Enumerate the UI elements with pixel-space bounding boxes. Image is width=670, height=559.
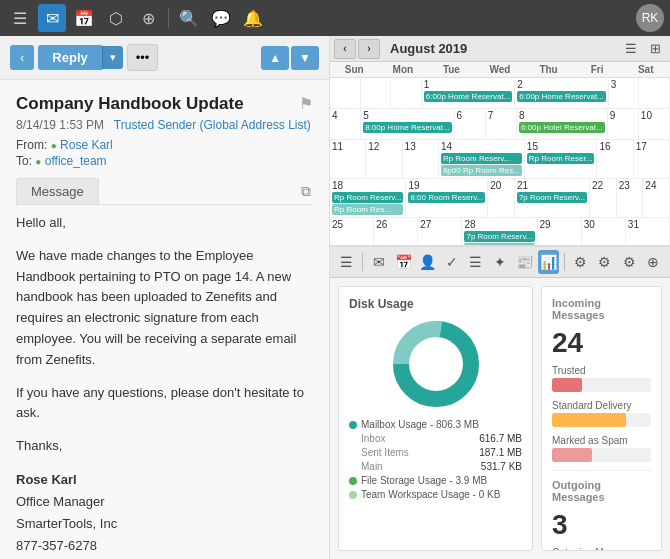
cal-cell[interactable]: 26:00p Home Reservat... [515, 78, 608, 108]
cal-next-button[interactable]: › [358, 39, 380, 59]
bell-icon[interactable]: 🔔 [239, 4, 267, 32]
cal-cell[interactable]: 3 [609, 78, 640, 108]
cal-cell[interactable]: 10 [639, 109, 670, 139]
legend-file-label: File Storage Usage - 3.9 MB [361, 475, 522, 486]
cal-cell[interactable]: 22 [590, 179, 617, 217]
cal-prev-button[interactable]: ‹ [334, 39, 356, 59]
cal-cell[interactable]: 16:00p Home Reservat... [422, 78, 515, 108]
message-tab[interactable]: Message [16, 178, 99, 204]
standard-bar-row: Standard Delivery [552, 400, 651, 427]
cal-cell[interactable]: 15Rp Room Reser... [525, 140, 598, 178]
outgoing-label: Outgoing Messages [552, 547, 651, 551]
cal-cell[interactable]: 18Rp Room Reserv...Rp Room Res... [330, 179, 406, 217]
cal-cell[interactable]: 12 [366, 140, 402, 178]
messages-card: Incoming Messages 24 Trusted Standard De… [541, 286, 662, 551]
cal-cell[interactable]: 25 [330, 218, 374, 246]
cal-day-fri: Fri [573, 62, 622, 77]
email-to: To: ● office_team [16, 154, 313, 168]
cal-cell[interactable]: 26 [374, 218, 418, 246]
avatar[interactable]: RK [636, 4, 664, 32]
search-icon[interactable]: 🔍 [175, 4, 203, 32]
nav-down-button[interactable]: ▼ [291, 46, 319, 70]
disk-usage-card: Disk Usage Mailbox Usage - 806.3 MB Inbo… [338, 286, 533, 551]
cal-cell[interactable] [391, 78, 422, 108]
to-link[interactable]: office_team [45, 154, 107, 168]
cal-cell[interactable]: 29 [538, 218, 582, 246]
cal-cell[interactable] [361, 78, 392, 108]
cal-cell[interactable]: 24 [643, 179, 670, 217]
bt-notes-icon[interactable]: ☰ [465, 250, 486, 274]
bt-mail-icon[interactable]: ✉ [368, 250, 389, 274]
layers-icon[interactable]: ⬡ [102, 4, 130, 32]
cal-cell[interactable]: 6 [455, 109, 486, 139]
mail-icon[interactable]: ✉ [38, 4, 66, 32]
bt-settings3-icon[interactable]: ⚙ [619, 250, 640, 274]
trusted-bar-fill [552, 378, 582, 392]
incoming-count: 24 [552, 327, 651, 359]
cal-cell[interactable]: 27 [418, 218, 462, 246]
from-link[interactable]: Rose Karl [60, 138, 113, 152]
email-body: Hello all, We have made changes to the E… [16, 213, 313, 457]
legend-inbox: Inbox 616.7 MB [349, 433, 522, 444]
calendar-grid: Sun Mon Tue Wed Thu Fri Sat 16:00p Home … [330, 62, 670, 246]
email-action-bar: ‹ Reply ▾ ••• ▲ ▼ [0, 36, 329, 80]
chat-icon[interactable]: 💬 [207, 4, 235, 32]
cal-cell[interactable]: 217p Room Reserv... [515, 179, 590, 217]
message-tab-area: Message ⧉ [16, 178, 313, 205]
cal-cell[interactable]: 14Rp Room Reserv...8p00 Rp Room Res... [439, 140, 525, 178]
toolbar-separator [168, 8, 169, 28]
bt-news-icon[interactable]: 📰 [514, 250, 535, 274]
cal-cell[interactable]: 13 [403, 140, 439, 178]
legend-label-mailbox: Mailbox Usage - 806.3 MB [361, 419, 522, 430]
cal-cell[interactable]: 11 [330, 140, 366, 178]
email-from: From: ● Rose Karl [16, 138, 313, 152]
cal-cell[interactable]: 17 [634, 140, 670, 178]
bt-settings-icon[interactable]: ⚙ [570, 250, 591, 274]
cal-view-icon1[interactable]: ☰ [620, 39, 642, 59]
reply-button[interactable]: Reply [38, 45, 101, 70]
cal-day-tue: Tue [427, 62, 476, 77]
cal-cell[interactable]: 16 [597, 140, 633, 178]
legend-team-label: Team Workspace Usage - 0 KB [361, 489, 522, 500]
bt-tasks-icon[interactable]: ✓ [441, 250, 462, 274]
bt-menu-icon[interactable]: ☰ [336, 250, 357, 274]
cal-cell[interactable]: 23 [617, 179, 644, 217]
dashboard-section: Disk Usage Mailbox Usage - 806.3 MB Inbo… [330, 278, 670, 559]
bt-settings2-icon[interactable]: ⚙ [594, 250, 615, 274]
bt-rss-icon[interactable]: ✦ [489, 250, 510, 274]
cal-cell[interactable]: 86:00p Hotel Reservat... [517, 109, 608, 139]
legend-dot-mailbox [349, 421, 357, 429]
cal-cell[interactable]: 198:00 Room Reserv... [406, 179, 488, 217]
more-button[interactable]: ••• [127, 44, 159, 71]
email-signature: Rose Karl Office Manager SmarterTools, I… [16, 469, 313, 559]
legend-main-label: Main [349, 461, 383, 472]
reply-dropdown-button[interactable]: ▾ [102, 46, 123, 69]
bt-add-icon[interactable]: ⊕ [643, 250, 664, 274]
bt-contacts-icon[interactable]: 👤 [417, 250, 438, 274]
outgoing-messages-title: Outgoing Messages [552, 479, 651, 503]
nav-up-button[interactable]: ▲ [261, 46, 289, 70]
cal-cell[interactable]: 31 [626, 218, 670, 246]
cal-cell[interactable] [330, 78, 361, 108]
back-button[interactable]: ‹ [10, 45, 34, 70]
bt-cal-icon[interactable]: 📅 [392, 250, 413, 274]
cal-cell[interactable]: 20 [488, 179, 515, 217]
external-link-icon[interactable]: ⧉ [299, 181, 313, 202]
menu-icon[interactable]: ☰ [6, 4, 34, 32]
cal-view-icon2[interactable]: ⊞ [644, 39, 666, 59]
cal-cell[interactable]: 30 [582, 218, 626, 246]
cal-cell[interactable] [639, 78, 670, 108]
standard-label: Standard Delivery [552, 400, 651, 411]
add-icon[interactable]: ⊕ [134, 4, 162, 32]
disk-legend: Mailbox Usage - 806.3 MB Inbox 616.7 MB … [349, 419, 522, 500]
calendar-icon[interactable]: 📅 [70, 4, 98, 32]
sig-name: Rose Karl [16, 469, 313, 491]
outgoing-count: 3 [552, 509, 651, 541]
cal-cell[interactable]: 4 [330, 109, 361, 139]
cal-cell[interactable]: 9 [608, 109, 639, 139]
cal-cell[interactable]: 287p Room Reserv...7p Room Res... [462, 218, 537, 246]
flag-icon[interactable]: ⚑ [299, 94, 313, 113]
cal-cell[interactable]: 7 [486, 109, 517, 139]
bt-charts-icon[interactable]: 📊 [538, 250, 559, 274]
cal-cell[interactable]: 58:00p Home Reservat... [361, 109, 454, 139]
